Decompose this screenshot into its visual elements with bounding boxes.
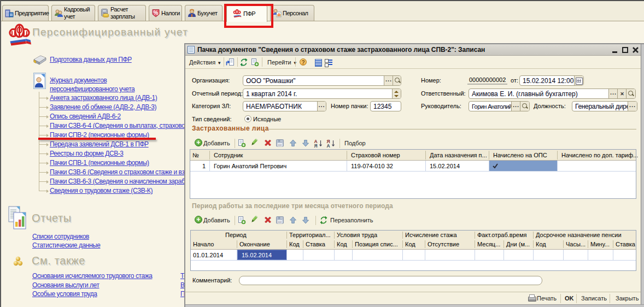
svg-text:%: % — [154, 10, 159, 16]
svg-text:А: А — [327, 143, 330, 148]
svg-text:сох: сох — [278, 221, 282, 223]
svg-text:сох: сох — [278, 144, 282, 146]
svg-text:Я: Я — [314, 143, 318, 148]
